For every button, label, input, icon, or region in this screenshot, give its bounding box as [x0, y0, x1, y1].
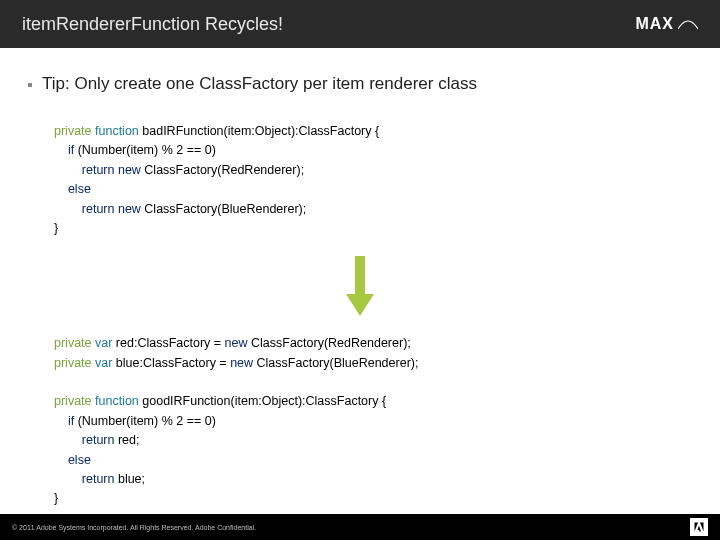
- kw-return-new: return new: [82, 202, 141, 216]
- brand-block: MAX: [635, 15, 698, 33]
- tip-row: Tip: Only create one ClassFactory per it…: [28, 74, 692, 94]
- arrow-wrap: [28, 256, 692, 316]
- kw-return-new: return new: [82, 163, 141, 177]
- tip-text: Tip: Only create one ClassFactory per it…: [42, 74, 477, 94]
- slide-footer: © 2011 Adobe Systems Incorporated. All R…: [0, 514, 720, 540]
- adobe-logo-icon: [690, 518, 708, 536]
- bad-code-block: private function badIRFunction(item:Obje…: [54, 122, 692, 238]
- svg-marker-2: [695, 523, 699, 532]
- kw-function: function: [95, 124, 139, 138]
- slide: itemRendererFunction Recycles! MAX Tip: …: [0, 0, 720, 540]
- copyright-text: © 2011 Adobe Systems Incorporated. All R…: [12, 524, 256, 531]
- svg-marker-4: [698, 526, 702, 532]
- max-logo: MAX: [635, 15, 698, 33]
- slide-header: itemRendererFunction Recycles! MAX: [0, 0, 720, 48]
- svg-rect-0: [355, 256, 365, 294]
- bullet-icon: [28, 83, 32, 87]
- slide-title: itemRendererFunction Recycles!: [22, 14, 283, 35]
- max-logo-text: MAX: [635, 15, 674, 33]
- max-swoosh-icon: [678, 17, 698, 31]
- kw-var: var: [95, 336, 112, 350]
- slide-body: Tip: Only create one ClassFactory per it…: [0, 48, 720, 490]
- good-code-block: private var red:ClassFactory = new Class…: [54, 334, 692, 508]
- kw-private: private: [54, 124, 92, 138]
- svg-marker-1: [346, 294, 374, 316]
- down-arrow-icon: [346, 256, 374, 316]
- kw-new: new: [225, 336, 248, 350]
- kw-else: else: [68, 182, 91, 196]
